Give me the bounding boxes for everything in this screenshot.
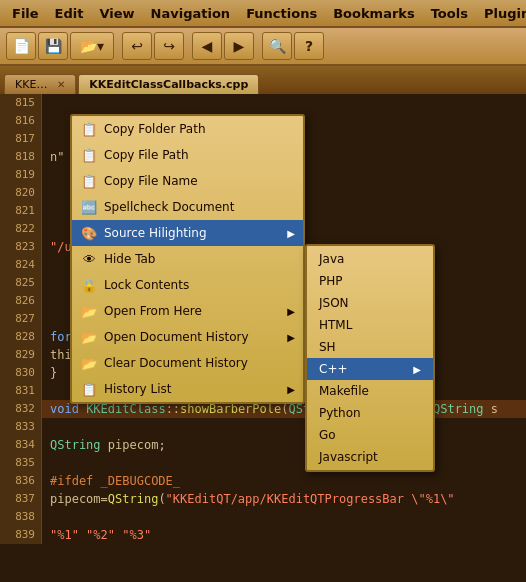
code-line: 835	[0, 454, 526, 472]
sub-makefile[interactable]: Makefile	[307, 380, 433, 402]
code-line: 834 QString pipecom;	[0, 436, 526, 454]
ctx-history-list[interactable]: 📋 History List ▶	[72, 376, 303, 402]
sub-json[interactable]: JSON	[307, 292, 433, 314]
hide-tab-icon: 👁	[80, 250, 98, 268]
undo-icon: ↩	[131, 38, 143, 54]
tab-label: KKE…	[15, 78, 47, 91]
copy-filename-icon: 📋	[80, 172, 98, 190]
submenu-arrow-icon: ▶	[287, 306, 295, 317]
code-line: 839 "%1" "%2" "%3"	[0, 526, 526, 544]
ctx-open-history[interactable]: 📂 Open Document History ▶	[72, 324, 303, 350]
tab-label: KKEditClassCallbacks.cpp	[89, 78, 248, 91]
new-file-button[interactable]: 📄	[6, 32, 36, 60]
search-button[interactable]: 🔍	[262, 32, 292, 60]
spellcheck-icon: 🔤	[80, 198, 98, 216]
context-menu: 📋 Copy Folder Path 📋 Copy File Path 📋 Co…	[70, 114, 305, 404]
source-hilighting-submenu: Java PHP JSON HTML SH C++ Makefile Pytho…	[305, 244, 435, 472]
code-line: 838	[0, 508, 526, 526]
sub-label: JSON	[319, 296, 349, 310]
ctx-open-from-here[interactable]: 📂 Open From Here ▶	[72, 298, 303, 324]
ctx-copy-folder-path[interactable]: 📋 Copy Folder Path	[72, 116, 303, 142]
sub-sh[interactable]: SH	[307, 336, 433, 358]
ctx-label: Copy File Name	[104, 174, 198, 188]
sub-label: Go	[319, 428, 336, 442]
open-icon: 📂▾	[80, 38, 104, 54]
tab-bar: KKE… ✕ KKEditClassCallbacks.cpp	[0, 66, 526, 94]
ctx-clear-history[interactable]: 📂 Clear Document History	[72, 350, 303, 376]
sub-javascript[interactable]: Javascript	[307, 446, 433, 468]
sub-label: Java	[319, 252, 344, 266]
menu-view[interactable]: View	[91, 4, 142, 23]
code-line: 833	[0, 418, 526, 436]
nav-forward-icon: ▶	[234, 38, 245, 54]
code-line: 836 #ifdef _DEBUGCODE_	[0, 472, 526, 490]
code-line: 837 pipecom=QString("KKEditQT/app/KKEdit…	[0, 490, 526, 508]
sub-php[interactable]: PHP	[307, 270, 433, 292]
ctx-hide-tab[interactable]: 👁 Hide Tab	[72, 246, 303, 272]
menu-plugins[interactable]: Plugins	[476, 4, 526, 23]
submenu-arrow-icon: ▶	[287, 332, 295, 343]
menu-functions[interactable]: Functions	[238, 4, 325, 23]
menu-navigation[interactable]: Navigation	[143, 4, 239, 23]
sub-cpp[interactable]: C++	[307, 358, 433, 380]
menu-edit[interactable]: Edit	[47, 4, 92, 23]
open-history-icon: 📂	[80, 328, 98, 346]
undo-button[interactable]: ↩	[122, 32, 152, 60]
save-icon: 💾	[45, 38, 62, 54]
ctx-spellcheck[interactable]: 🔤 Spellcheck Document	[72, 194, 303, 220]
new-file-icon: 📄	[13, 38, 30, 54]
ctx-label: Copy File Path	[104, 148, 189, 162]
sub-go[interactable]: Go	[307, 424, 433, 446]
submenu-arrow-icon: ▶	[287, 384, 295, 395]
code-line: 815	[0, 94, 526, 112]
search-icon: 🔍	[269, 38, 286, 54]
ctx-copy-file-path[interactable]: 📋 Copy File Path	[72, 142, 303, 168]
nav-back-button[interactable]: ◀	[192, 32, 222, 60]
menu-bookmarks[interactable]: Bookmarks	[325, 4, 423, 23]
sub-label: HTML	[319, 318, 352, 332]
sub-python[interactable]: Python	[307, 402, 433, 424]
ctx-label: Clear Document History	[104, 356, 248, 370]
submenu-arrow-icon: ▶	[287, 228, 295, 239]
lock-icon: 🔒	[80, 276, 98, 294]
sub-label: SH	[319, 340, 336, 354]
ctx-lock-contents[interactable]: 🔒 Lock Contents	[72, 272, 303, 298]
code-editor[interactable]: 815 816 817 818 n" Qt::SkipEmptyParts); …	[0, 94, 526, 582]
help-button[interactable]: ?	[294, 32, 324, 60]
nav-forward-button[interactable]: ▶	[224, 32, 254, 60]
sub-label: Python	[319, 406, 361, 420]
sub-html[interactable]: HTML	[307, 314, 433, 336]
sub-label: C++	[319, 362, 348, 376]
copy-folder-icon: 📋	[80, 120, 98, 138]
ctx-copy-file-name[interactable]: 📋 Copy File Name	[72, 168, 303, 194]
question-icon: ?	[305, 38, 313, 54]
ctx-label: Copy Folder Path	[104, 122, 206, 136]
sub-java[interactable]: Java	[307, 248, 433, 270]
menubar: File Edit View Navigation Functions Book…	[0, 0, 526, 28]
ctx-label: Open Document History	[104, 330, 249, 344]
redo-button[interactable]: ↪	[154, 32, 184, 60]
sub-label: PHP	[319, 274, 343, 288]
ctx-label: Open From Here	[104, 304, 202, 318]
menu-file[interactable]: File	[4, 4, 47, 23]
sub-label: Javascript	[319, 450, 378, 464]
open-here-icon: 📂	[80, 302, 98, 320]
sub-label: Makefile	[319, 384, 369, 398]
tab-close-icon[interactable]: ✕	[57, 79, 65, 90]
ctx-label: History List	[104, 382, 171, 396]
menu-tools[interactable]: Tools	[423, 4, 476, 23]
nav-back-icon: ◀	[202, 38, 213, 54]
ctx-label: Hide Tab	[104, 252, 156, 266]
clear-history-icon: 📂	[80, 354, 98, 372]
tab-callbacks[interactable]: KKEditClassCallbacks.cpp	[78, 74, 259, 94]
tab-kke[interactable]: KKE… ✕	[4, 74, 76, 94]
ctx-label: Lock Contents	[104, 278, 189, 292]
save-button[interactable]: 💾	[38, 32, 68, 60]
ctx-label: Spellcheck Document	[104, 200, 234, 214]
redo-icon: ↪	[163, 38, 175, 54]
history-list-icon: 📋	[80, 380, 98, 398]
hilighting-icon: 🎨	[80, 224, 98, 242]
ctx-source-hilighting[interactable]: 🎨 Source Hilighting ▶	[72, 220, 303, 246]
open-button[interactable]: 📂▾	[70, 32, 114, 60]
copy-file-icon: 📋	[80, 146, 98, 164]
